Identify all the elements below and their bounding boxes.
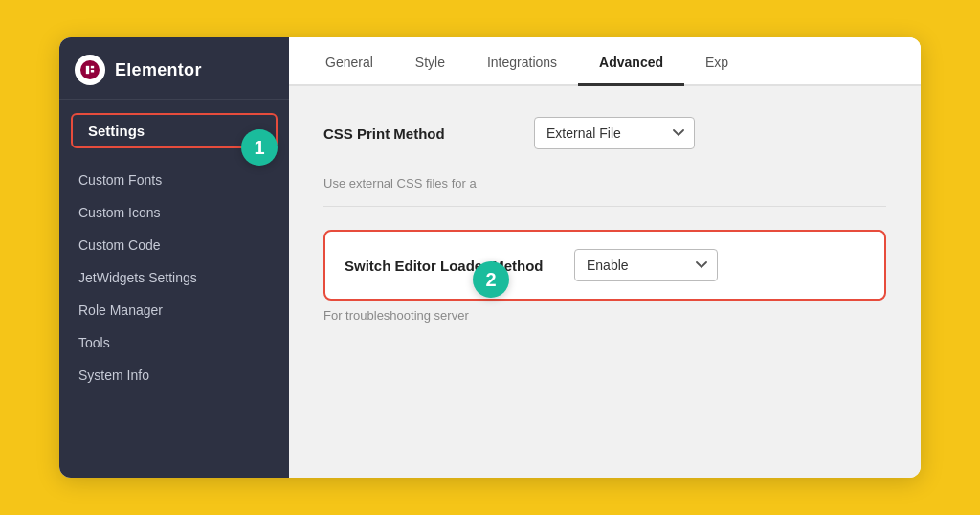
css-print-select[interactable]: External File Internal Embedding [534, 117, 695, 149]
elementor-logo-icon [75, 55, 105, 85]
css-print-label-group: CSS Print Method [323, 125, 515, 142]
editor-loader-row: Switch Editor Loader Method Enable Disab… [323, 230, 886, 301]
tab-style[interactable]: Style [394, 37, 466, 86]
svg-rect-1 [86, 66, 89, 74]
tab-general[interactable]: General [304, 37, 394, 86]
step-badge-2: 2 [473, 261, 509, 298]
sidebar-item-role-manager[interactable]: Role Manager [59, 294, 289, 326]
sidebar: Elementor Settings Custom Fonts Custom I… [59, 37, 289, 478]
editor-loader-control: Enable Disable [574, 249, 718, 281]
editor-loader-select[interactable]: Enable Disable [574, 249, 718, 281]
editor-loader-label: Switch Editor Loader Method [345, 258, 555, 274]
row-divider [323, 206, 886, 207]
tab-integrations[interactable]: Integrations [466, 37, 578, 86]
svg-rect-3 [91, 70, 94, 73]
elementor-logo-text: Elementor [115, 60, 202, 80]
css-print-description: Use external CSS files for a [323, 176, 886, 190]
tabs-bar: General Style Integrations Advanced Exp [289, 37, 921, 86]
sidebar-item-system-info[interactable]: System Info [59, 359, 289, 392]
css-print-label: CSS Print Method [323, 125, 515, 142]
screenshot-wrapper: Elementor Settings Custom Fonts Custom I… [59, 37, 921, 478]
sidebar-logo: Elementor [59, 37, 289, 100]
sidebar-nav: Custom Fonts Custom Icons Custom Code Je… [59, 158, 289, 397]
css-print-control: External File Internal Embedding [534, 117, 695, 149]
tab-advanced[interactable]: Advanced [578, 37, 684, 86]
sidebar-item-jetwidgets[interactable]: JetWidgets Settings [59, 261, 289, 294]
main-panel: CSS Print Method External File Internal … [289, 86, 921, 478]
sidebar-item-custom-code[interactable]: Custom Code [59, 229, 289, 261]
main-content: General Style Integrations Advanced Exp … [289, 37, 921, 478]
svg-rect-2 [91, 66, 94, 69]
step-badge-1: 1 [241, 129, 278, 166]
sidebar-item-custom-fonts[interactable]: Custom Fonts [59, 164, 289, 196]
sidebar-item-custom-icons[interactable]: Custom Icons [59, 196, 289, 229]
editor-loader-description: For troubleshooting server [323, 308, 886, 323]
tab-exp[interactable]: Exp [684, 37, 749, 86]
sidebar-item-tools[interactable]: Tools [59, 326, 289, 359]
svg-rect-0 [80, 60, 100, 79]
css-print-row: CSS Print Method External File Internal … [323, 117, 886, 149]
